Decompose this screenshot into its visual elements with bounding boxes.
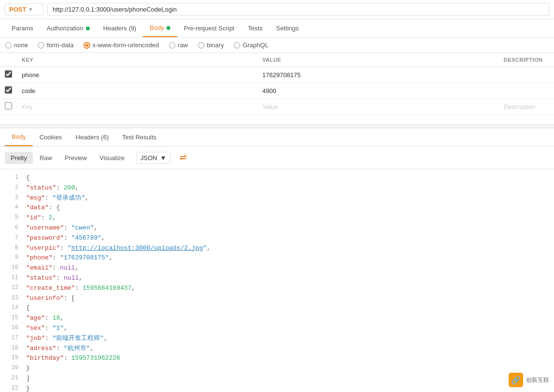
line-number: 14 — [4, 303, 18, 312]
radio-graphql[interactable]: GraphQL — [234, 41, 268, 49]
json-line: 20 } — [0, 364, 554, 374]
empty-checkbox-cell — [0, 99, 17, 115]
body-dot — [166, 26, 170, 30]
row2-key[interactable]: code — [17, 83, 258, 99]
response-tab-body[interactable]: Body — [5, 128, 33, 146]
radio-circle-graphql — [234, 42, 240, 49]
json-line: 7 "password": "456789", — [0, 233, 554, 243]
json-line: 12 "create_time": 1595664169437, — [0, 284, 554, 294]
tab-params[interactable]: Params — [5, 20, 40, 37]
json-content: "password": "456789", — [26, 233, 105, 243]
line-number: 15 — [4, 313, 18, 323]
view-preview[interactable]: Preview — [59, 152, 93, 164]
row2-checkbox-cell — [0, 83, 17, 99]
json-content: "create_time": 1595664169437, — [26, 284, 135, 294]
tab-headers[interactable]: Headers (9) — [97, 20, 143, 37]
radio-raw[interactable]: raw — [169, 41, 188, 49]
json-content: "data": { — [26, 203, 60, 213]
line-number: 16 — [4, 324, 18, 333]
body-type-row: none form-data x-www-form-urlencoded raw… — [0, 38, 554, 53]
tab-settings[interactable]: Settings — [269, 20, 305, 37]
radio-urlencoded[interactable]: x-www-form-urlencoded — [83, 41, 159, 49]
view-raw[interactable]: Raw — [34, 152, 58, 164]
row2-desc[interactable] — [499, 83, 554, 99]
json-content: "adress": "杭州市", — [26, 344, 94, 354]
request-tabs: Params Authorization Headers (9) Body Pr… — [0, 19, 554, 38]
json-content: { — [26, 173, 30, 183]
method-selector[interactable]: POST ▼ — [5, 3, 43, 15]
line-number: 18 — [4, 344, 18, 353]
response-tab-testresults[interactable]: Test Results — [115, 129, 163, 146]
col-key-header: KEY — [17, 53, 258, 67]
json-content: "status": 200, — [26, 183, 79, 193]
json-viewer: 1{2 "status": 200,3 "msg": "登录成功",4 "dat… — [0, 169, 554, 392]
row1-desc[interactable] — [499, 67, 554, 83]
line-number: 7 — [4, 233, 18, 243]
col-value-header: VALUE — [258, 53, 499, 67]
row1-key[interactable]: phone — [17, 67, 258, 83]
json-line: 18 "adress": "杭州市", — [0, 344, 554, 354]
chevron-down-icon: ▼ — [28, 7, 33, 12]
radio-circle-none — [5, 42, 12, 49]
chevron-down-icon: ▼ — [160, 154, 166, 162]
url-input[interactable] — [47, 3, 549, 16]
radio-binary[interactable]: binary — [198, 41, 224, 49]
empty-value[interactable]: Value — [258, 99, 499, 115]
table-row: phone 17629708175 — [0, 67, 554, 83]
empty-key[interactable]: Key — [17, 99, 258, 115]
view-pretty[interactable]: Pretty — [5, 152, 33, 164]
response-tab-headers[interactable]: Headers (6) — [69, 129, 116, 146]
watermark-text: 创新互联 — [526, 376, 549, 384]
json-line: 19 "birthday": 1595731962226 — [0, 353, 554, 364]
json-line: 3 "msg": "登录成功", — [0, 193, 554, 203]
format-selector[interactable]: JSON ▼ — [136, 152, 171, 164]
line-number: 21 — [4, 374, 18, 383]
json-line: 21 ] — [0, 374, 554, 384]
tab-prerequest[interactable]: Pre-request Script — [177, 20, 241, 37]
line-number: 9 — [4, 253, 18, 262]
view-visualize[interactable]: Visualize — [94, 152, 130, 164]
section-divider — [0, 124, 554, 128]
json-content: "userinfo": [ — [26, 294, 75, 304]
line-number: 6 — [4, 223, 18, 232]
json-line: 16 "sex": "1", — [0, 324, 554, 334]
row2-checkbox[interactable] — [5, 86, 12, 94]
json-line: 2 "status": 200, — [0, 183, 554, 193]
empty-desc[interactable]: Description — [499, 99, 554, 115]
radio-circle-raw — [169, 42, 176, 49]
json-content: "id": 2, — [26, 213, 56, 223]
row1-checkbox[interactable] — [5, 70, 12, 78]
line-number: 1 — [4, 173, 18, 182]
table-row: code 4900 — [0, 83, 554, 99]
table-row-empty: Key Value Description — [0, 99, 554, 115]
radio-formdata[interactable]: form-data — [38, 41, 74, 49]
tab-authorization[interactable]: Authorization — [40, 20, 97, 37]
json-content: "job": "前端开发工程师", — [26, 334, 108, 344]
line-number: 17 — [4, 334, 18, 343]
wrap-button[interactable]: ⇌ — [176, 150, 191, 165]
json-content: "age": 18, — [26, 313, 64, 324]
radio-none[interactable]: none — [5, 41, 28, 49]
line-number: 2 — [4, 183, 18, 192]
json-line: 8 "userpic": "http://localhost:3000/uplo… — [0, 243, 554, 254]
json-content: { — [26, 303, 30, 313]
response-tab-cookies[interactable]: Cookies — [33, 129, 69, 146]
tab-tests[interactable]: Tests — [241, 20, 269, 37]
json-line: 4 "data": { — [0, 203, 554, 213]
url-bar: POST ▼ — [0, 0, 554, 19]
json-line: 9 "phone": "17629708175", — [0, 253, 554, 263]
line-number: 10 — [4, 263, 18, 272]
radio-circle-urlencoded — [83, 42, 90, 49]
view-controls: Pretty Raw Preview Visualize JSON ▼ ⇌ — [0, 147, 554, 169]
method-label: POST — [9, 6, 26, 13]
line-number: 4 — [4, 203, 18, 212]
empty-checkbox[interactable] — [5, 102, 12, 109]
row2-value[interactable]: 4900 — [258, 83, 499, 99]
json-content: "userpic": "http://localhost:3000/upload… — [26, 243, 210, 254]
json-line: 1{ — [0, 173, 554, 183]
row1-value[interactable]: 17629708175 — [258, 67, 499, 83]
tab-body[interactable]: Body — [143, 19, 177, 37]
json-content: } — [26, 384, 30, 392]
col-checkbox — [0, 53, 17, 67]
line-number: 13 — [4, 294, 18, 303]
